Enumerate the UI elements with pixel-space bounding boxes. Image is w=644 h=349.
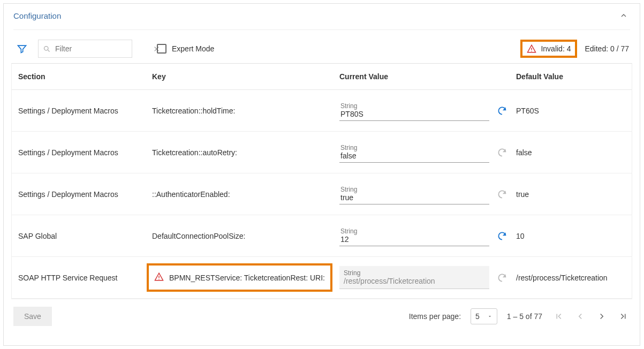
- reset-button[interactable]: [495, 229, 510, 244]
- table-row: Settings / Deployment MacrosTicketcreati…: [12, 90, 632, 132]
- svg-point-5: [158, 279, 160, 280]
- table-row: SAP GlobalDefaultConnectionPoolSize:Stri…: [12, 215, 632, 257]
- value-text: PT80S: [340, 110, 488, 118]
- col-default-value[interactable]: Default Value: [513, 72, 628, 81]
- cell-section: SAP Global: [15, 232, 149, 240]
- value-text: 12: [340, 235, 488, 244]
- value-type: String: [340, 227, 488, 235]
- table-row: Settings / Deployment Macros::Authentica…: [12, 173, 632, 215]
- cell-key: DefaultConnectionPoolSize:: [149, 232, 336, 240]
- key-text: DefaultConnectionPoolSize:: [152, 232, 245, 240]
- cell-current-value: StringPT80S: [336, 100, 513, 121]
- checkbox-icon: [157, 44, 166, 54]
- cell-current-value: String12: [336, 225, 513, 246]
- value-text: true: [340, 193, 488, 202]
- status-area: Invalid: 4 Edited: 0 / 77: [520, 40, 629, 58]
- invalid-indicator: Invalid: 4: [520, 40, 577, 58]
- cell-key: ::AuthenticatorEnabled:: [149, 190, 336, 199]
- filter-box: [38, 40, 132, 58]
- warning-icon: [154, 272, 164, 283]
- cell-section: Settings / Deployment Macros: [15, 190, 149, 199]
- key-text: Ticketcreation::autoRetry:: [152, 148, 237, 157]
- svg-point-3: [532, 51, 533, 52]
- cell-default-value: 10: [513, 232, 628, 240]
- items-per-page-label: Items per page:: [409, 312, 461, 321]
- value-type: String: [340, 186, 488, 193]
- value-field[interactable]: String12: [339, 225, 489, 246]
- table-body: Settings / Deployment MacrosTicketcreati…: [12, 90, 632, 299]
- reset-button[interactable]: [495, 270, 510, 285]
- cell-key: Ticketcreation::holdTime:: [149, 107, 336, 115]
- prev-page-button[interactable]: [573, 309, 587, 323]
- svg-line-1: [48, 50, 49, 51]
- filter-input[interactable]: [54, 44, 150, 54]
- search-icon: [43, 45, 51, 53]
- paginator: Items per page: 5 1 – 5 of 77: [409, 308, 630, 324]
- filter-toggle-button[interactable]: [14, 41, 29, 56]
- panel-title: Configuration: [13, 11, 61, 20]
- value-text: false: [340, 151, 488, 160]
- key-text: ::AuthenticatorEnabled:: [152, 190, 230, 199]
- table-row: SOAP HTTP Service RequestBPMN_RESTServic…: [12, 257, 632, 299]
- chevron-up-icon: [619, 11, 628, 20]
- cell-section: SOAP HTTP Service Request: [15, 274, 149, 282]
- expert-mode-toggle[interactable]: Expert Mode: [157, 44, 214, 54]
- first-page-button[interactable]: [552, 309, 566, 323]
- items-per-page-value: 5: [475, 312, 480, 321]
- panel-header: Configuration: [4, 4, 640, 24]
- items-per-page-select[interactable]: 5: [471, 308, 497, 324]
- cell-section: Settings / Deployment Macros: [15, 148, 149, 157]
- reset-button[interactable]: [495, 103, 510, 118]
- configuration-panel: Configuration Expert Mode: [3, 3, 640, 346]
- table-row: Settings / Deployment MacrosTicketcreati…: [12, 132, 632, 173]
- key-text: Ticketcreation::holdTime:: [152, 107, 235, 115]
- col-key[interactable]: Key: [149, 72, 336, 81]
- cell-default-value: PT60S: [513, 107, 628, 115]
- value-field[interactable]: Stringtrue: [339, 184, 489, 204]
- value-type: String: [344, 269, 485, 277]
- collapse-button[interactable]: [617, 9, 630, 22]
- cell-default-value: false: [513, 148, 628, 157]
- pager-nav: [552, 309, 630, 323]
- last-page-button[interactable]: [616, 309, 630, 323]
- cell-default-value: true: [513, 190, 628, 199]
- invalid-count: Invalid: 4: [541, 44, 571, 53]
- config-table: Section Key Current Value Default Value …: [11, 63, 632, 299]
- cell-current-value: Stringtrue: [336, 184, 513, 204]
- cell-section: Settings / Deployment Macros: [15, 107, 149, 115]
- page-range: 1 – 5 of 77: [507, 312, 542, 321]
- toolbar: Expert Mode Invalid: 4 Edited: 0 / 77: [4, 30, 640, 63]
- save-button[interactable]: Save: [13, 307, 52, 326]
- value-text: /rest/process/Ticketcreation: [344, 277, 485, 285]
- warning-icon: [527, 44, 536, 54]
- col-current-value[interactable]: Current Value: [336, 72, 513, 81]
- cell-current-value: String/rest/process/Ticketcreation: [336, 266, 513, 289]
- value-field[interactable]: Stringfalse: [339, 142, 489, 163]
- table-header: Section Key Current Value Default Value: [12, 64, 632, 90]
- value-field[interactable]: StringPT80S: [339, 100, 489, 121]
- cell-key: BPMN_RESTService: TicketcreationRest: UR…: [149, 263, 336, 292]
- value-type: String: [340, 144, 488, 151]
- reset-button[interactable]: [495, 187, 510, 202]
- value-field: String/rest/process/Ticketcreation: [339, 266, 489, 289]
- cell-key: Ticketcreation::autoRetry:: [149, 148, 336, 157]
- col-section[interactable]: Section: [15, 72, 149, 81]
- filter-icon: [17, 43, 27, 54]
- footer: Save Items per page: 5 1 – 5 of 77: [4, 299, 640, 326]
- next-page-button[interactable]: [595, 309, 609, 323]
- value-type: String: [340, 102, 488, 110]
- caret-down-icon: [487, 314, 493, 319]
- expert-mode-label: Expert Mode: [172, 44, 214, 53]
- reset-button[interactable]: [495, 145, 510, 160]
- key-text: BPMN_RESTService: TicketcreationRest: UR…: [169, 274, 325, 282]
- cell-current-value: Stringfalse: [336, 142, 513, 163]
- svg-point-0: [44, 46, 49, 50]
- cell-default-value: /rest/process/Ticketcreation: [513, 274, 628, 282]
- edited-count: Edited: 0 / 77: [585, 44, 629, 53]
